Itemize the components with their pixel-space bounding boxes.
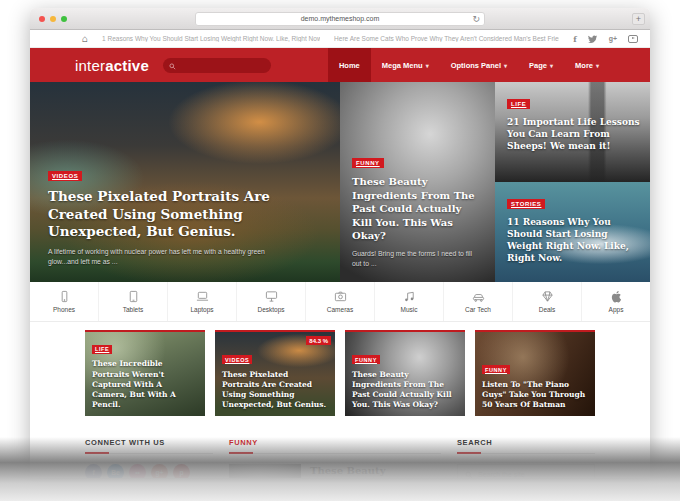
post-title[interactable]: These Beauty Ingredients From The Past C… bbox=[310, 464, 441, 478]
nav-item-home[interactable]: Home bbox=[328, 48, 371, 82]
post-title[interactable]: These Pixelated Portraits Are Created Us… bbox=[48, 188, 313, 241]
category-badge[interactable]: VIDEOS bbox=[48, 171, 82, 181]
widget-article[interactable]: These Beauty Ingredients From The Past C… bbox=[229, 464, 441, 478]
category-apps[interactable]: Apps bbox=[582, 282, 650, 321]
ticker-social-icons: f g+ bbox=[573, 30, 638, 48]
post-title[interactable]: 11 Reasons Why You Should Start Losing W… bbox=[507, 216, 640, 265]
category-strip: Phones Tablets Laptops Desktops Cameras … bbox=[30, 282, 650, 322]
featured-post-main[interactable]: VIDEOS These Pixelated Portraits Are Cre… bbox=[30, 82, 340, 282]
minimize-window-button[interactable] bbox=[50, 16, 56, 22]
address-bar[interactable]: demo.mythemeshop.com ↻ bbox=[195, 12, 485, 26]
category-deals[interactable]: Deals bbox=[513, 282, 582, 321]
diamond-icon bbox=[541, 290, 554, 303]
twitter-icon[interactable] bbox=[588, 30, 598, 48]
search-input[interactable] bbox=[478, 471, 587, 478]
category-tablets[interactable]: Tablets bbox=[99, 282, 168, 321]
google-plus-icon[interactable]: g+ bbox=[151, 464, 168, 478]
post-card[interactable]: 84.3 % VIDEOS These Pixelated Portraits … bbox=[215, 330, 335, 416]
camera-icon bbox=[334, 290, 347, 303]
category-desktops[interactable]: Desktops bbox=[237, 282, 306, 321]
post-card[interactable]: FUNNY Listen To "The Piano Guys" Take Yo… bbox=[475, 330, 595, 416]
screenshot-canvas: { "browser": { "url": "demo.mythemeshop.… bbox=[0, 0, 680, 501]
nav-item-mega-menu[interactable]: Mega Menu ▾ bbox=[371, 48, 440, 82]
flickr-icon[interactable]: •• bbox=[129, 464, 146, 478]
search-box[interactable] bbox=[457, 464, 595, 478]
category-car-tech[interactable]: Car Tech bbox=[444, 282, 513, 321]
post-title[interactable]: These Beauty Ingredients From The Past C… bbox=[352, 175, 483, 243]
category-badge[interactable]: STORIES bbox=[507, 199, 545, 209]
header-search[interactable] bbox=[163, 58, 271, 73]
post-title[interactable]: These Pixelated Portraits Are Created Us… bbox=[222, 370, 328, 411]
post-card[interactable]: FUNNY These Beauty Ingredients From The … bbox=[345, 330, 465, 416]
chevron-down-icon: ▾ bbox=[504, 62, 507, 69]
footer-widgets: CONNECT WITH US f Be •• g+ p FUNNY These… bbox=[30, 426, 650, 478]
post-excerpt: A lifetime of working with nuclear power… bbox=[48, 247, 283, 267]
chevron-down-icon: ▾ bbox=[426, 62, 429, 69]
ticker-item[interactable]: 1 Reasons Why You Should Start Losing We… bbox=[102, 35, 320, 42]
apple-icon bbox=[610, 290, 623, 303]
category-laptops[interactable]: Laptops bbox=[168, 282, 237, 321]
widget-heading: SEARCH bbox=[457, 438, 595, 454]
window-controls bbox=[39, 16, 67, 22]
youtube-icon[interactable] bbox=[628, 35, 638, 43]
browser-titlebar: demo.mythemeshop.com ↻ + bbox=[30, 8, 650, 30]
main-nav: Home Mega Menu ▾ Options Panel ▾ Page ▾ … bbox=[328, 48, 610, 82]
featured-post-middle[interactable]: FUNNY These Beauty Ingredients From The … bbox=[340, 82, 495, 282]
category-phones[interactable]: Phones bbox=[30, 282, 99, 321]
new-tab-button[interactable]: + bbox=[632, 13, 645, 25]
tablet-icon bbox=[127, 290, 140, 303]
nav-item-options-panel[interactable]: Options Panel ▾ bbox=[440, 48, 518, 82]
category-badge[interactable]: LIFE bbox=[92, 345, 112, 354]
post-title[interactable]: 21 Important Life Lessons You Can Learn … bbox=[507, 116, 640, 152]
header-search-input[interactable] bbox=[180, 58, 265, 73]
search-widget: SEARCH bbox=[457, 438, 595, 478]
ticker-item[interactable]: Here Are Some Cats Who Prove Why They Ar… bbox=[334, 35, 559, 42]
featured-post-life[interactable]: LIFE 21 Important Life Lessons You Can L… bbox=[495, 82, 650, 182]
behance-icon[interactable]: Be bbox=[107, 464, 124, 478]
social-buttons: f Be •• g+ p bbox=[85, 464, 213, 478]
connect-widget: CONNECT WITH US f Be •• g+ p bbox=[85, 438, 213, 478]
close-window-button[interactable] bbox=[39, 16, 45, 22]
news-ticker: ⌂ 1 Reasons Why You Should Start Losing … bbox=[30, 30, 650, 48]
category-cameras[interactable]: Cameras bbox=[306, 282, 375, 321]
pinterest-icon[interactable]: p bbox=[173, 464, 190, 478]
post-title[interactable]: Listen To "The Piano Guys" Take You Thro… bbox=[482, 380, 588, 410]
category-badge[interactable]: VIDEOS bbox=[222, 355, 252, 364]
review-score-badge: 84.3 % bbox=[306, 336, 331, 345]
post-card-row: LIFE These Incredible Portraits Weren't … bbox=[30, 322, 650, 426]
desktop-icon bbox=[265, 290, 278, 303]
site-logo[interactable]: interactive bbox=[75, 48, 149, 82]
site-header: interactive Home Mega Menu ▾ Options Pan… bbox=[30, 48, 650, 82]
search-icon bbox=[465, 465, 473, 478]
zoom-window-button[interactable] bbox=[61, 16, 67, 22]
post-excerpt: Guards! Bring me the forms I need to fil… bbox=[352, 249, 483, 269]
post-title[interactable]: These Beauty Ingredients From The Past C… bbox=[352, 370, 458, 411]
featured-posts: VIDEOS These Pixelated Portraits Are Cre… bbox=[30, 82, 650, 282]
car-icon bbox=[472, 290, 485, 303]
home-icon[interactable]: ⌂ bbox=[82, 34, 88, 44]
browser-window: demo.mythemeshop.com ↻ + ⌂ 1 Reasons Why… bbox=[30, 8, 650, 478]
featured-post-stories[interactable]: STORIES 11 Reasons Why You Should Start … bbox=[495, 182, 650, 282]
smartphone-icon bbox=[58, 290, 71, 303]
chevron-down-icon: ▾ bbox=[596, 62, 599, 69]
google-plus-icon[interactable]: g+ bbox=[609, 35, 617, 42]
reload-icon[interactable]: ↻ bbox=[472, 13, 480, 25]
facebook-icon[interactable]: f bbox=[573, 34, 576, 44]
category-badge[interactable]: FUNNY bbox=[352, 158, 384, 168]
post-card[interactable]: LIFE These Incredible Portraits Weren't … bbox=[85, 330, 205, 416]
funny-widget: FUNNY These Beauty Ingredients From The … bbox=[229, 438, 441, 478]
featured-posts-right-column: LIFE 21 Important Life Lessons You Can L… bbox=[495, 82, 650, 282]
category-music[interactable]: Music bbox=[375, 282, 444, 321]
nav-item-more[interactable]: More ▾ bbox=[564, 48, 610, 82]
category-badge[interactable]: FUNNY bbox=[482, 365, 510, 374]
facebook-icon[interactable]: f bbox=[85, 464, 102, 478]
laptop-icon bbox=[196, 290, 209, 303]
article-thumbnail bbox=[229, 464, 301, 478]
post-title[interactable]: These Incredible Portraits Weren't Captu… bbox=[92, 359, 198, 410]
category-badge[interactable]: LIFE bbox=[507, 99, 530, 109]
category-badge[interactable]: FUNNY bbox=[352, 355, 380, 364]
chevron-down-icon: ▾ bbox=[550, 62, 553, 69]
widget-heading: FUNNY bbox=[229, 438, 441, 454]
search-icon bbox=[169, 56, 176, 74]
nav-item-page[interactable]: Page ▾ bbox=[518, 48, 564, 82]
